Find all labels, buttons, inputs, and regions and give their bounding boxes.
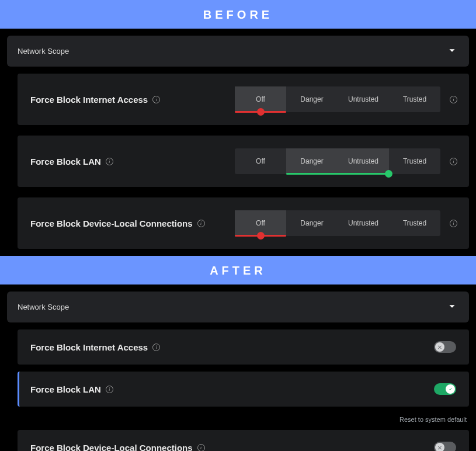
- setting-label: Force Block Internet Accessi: [30, 95, 160, 105]
- info-icon[interactable]: i: [450, 220, 457, 227]
- setting-row: Force Block LANi: [18, 372, 469, 407]
- info-icon[interactable]: i: [106, 158, 113, 165]
- network-scope-header-after[interactable]: Network Scope: [7, 292, 469, 322]
- slider-option[interactable]: Untrusted: [338, 210, 389, 236]
- slider-option[interactable]: Untrusted: [338, 148, 389, 174]
- check-icon: [446, 384, 455, 394]
- before-section: Network Scope Force Block Internet Acces…: [0, 29, 476, 256]
- slider-option[interactable]: Trusted: [389, 210, 440, 236]
- slider-wrap: OffDangerUntrustedTrustedi: [235, 86, 457, 112]
- slider-option[interactable]: Untrusted: [338, 86, 389, 112]
- chevron-down-icon: [446, 44, 458, 58]
- toggle-switch[interactable]: [434, 341, 456, 353]
- before-banner: BEFORE: [0, 0, 476, 29]
- setting-row: Force Block Device-Local Connectionsi: [18, 430, 469, 451]
- setting-label: Force Block Internet Accessi: [30, 342, 160, 352]
- slider-wrap: OffDangerUntrustedTrustedi: [235, 210, 457, 236]
- info-icon[interactable]: i: [450, 96, 457, 103]
- slider-option[interactable]: Trusted: [389, 86, 440, 112]
- close-icon: [435, 443, 444, 451]
- slider-handle[interactable]: [385, 170, 392, 178]
- after-section: Network Scope Force Block Internet Acces…: [0, 285, 476, 451]
- slider-track: [286, 173, 389, 175]
- info-icon[interactable]: i: [152, 96, 160, 103]
- slider-handle[interactable]: [257, 232, 265, 240]
- info-icon[interactable]: i: [197, 220, 205, 227]
- network-scope-title: Network Scope: [18, 47, 69, 55]
- info-icon[interactable]: i: [197, 444, 205, 452]
- after-banner: AFTER: [0, 256, 476, 285]
- network-scope-header[interactable]: Network Scope: [7, 36, 469, 67]
- setting-label: Force Block Device-Local Connectionsi: [30, 443, 205, 452]
- network-scope-title: Network Scope: [18, 303, 69, 311]
- slider-option[interactable]: Danger: [286, 148, 338, 174]
- level-slider[interactable]: OffDangerUntrustedTrusted: [235, 86, 440, 112]
- setting-row: Force Block Internet AccessiOffDangerUnt…: [18, 74, 469, 125]
- info-icon[interactable]: i: [152, 344, 160, 351]
- toggle-switch[interactable]: [434, 383, 456, 395]
- slider-wrap: OffDangerUntrustedTrustedi: [235, 148, 457, 174]
- slider-option[interactable]: Danger: [286, 210, 338, 236]
- setting-row: Force Block Internet Accessi: [18, 329, 469, 365]
- slider-option[interactable]: Trusted: [389, 148, 440, 174]
- reset-link[interactable]: Reset to system default: [18, 414, 469, 423]
- slider-option[interactable]: Danger: [286, 86, 338, 112]
- setting-label: Force Block Device-Local Connectionsi: [30, 218, 205, 228]
- toggle-switch[interactable]: [434, 442, 456, 451]
- info-icon[interactable]: i: [106, 386, 113, 393]
- setting-label: Force Block LANi: [30, 157, 113, 166]
- level-slider[interactable]: OffDangerUntrustedTrusted: [235, 210, 440, 236]
- setting-label: Force Block LANi: [30, 384, 113, 394]
- info-icon[interactable]: i: [450, 158, 457, 165]
- close-icon: [435, 342, 444, 352]
- level-slider[interactable]: OffDangerUntrustedTrusted: [235, 148, 440, 174]
- setting-row: Force Block Device-Local ConnectionsiOff…: [18, 197, 469, 249]
- chevron-down-icon: [446, 300, 458, 314]
- slider-option[interactable]: Off: [235, 148, 286, 174]
- slider-handle[interactable]: [257, 108, 265, 116]
- setting-row: Force Block LANiOffDangerUntrustedTruste…: [18, 136, 469, 187]
